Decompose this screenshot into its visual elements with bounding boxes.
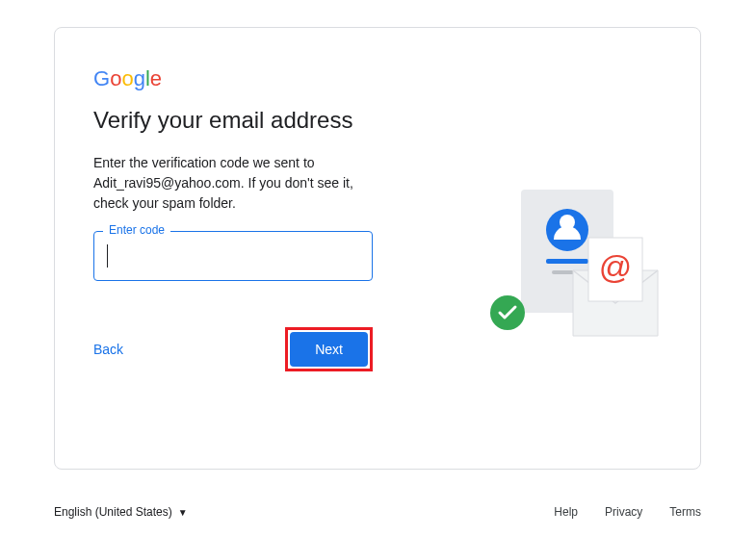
- logo-letter: g: [134, 66, 145, 90]
- privacy-link[interactable]: Privacy: [605, 505, 642, 519]
- logo-letter: G: [93, 66, 110, 90]
- next-button[interactable]: Next: [290, 332, 368, 367]
- terms-link[interactable]: Terms: [669, 505, 701, 519]
- page-title: Verify your email address: [93, 107, 662, 134]
- svg-text:@: @: [599, 248, 633, 285]
- google-logo: Google: [93, 66, 662, 89]
- code-input[interactable]: [93, 231, 373, 281]
- text-cursor: [107, 244, 108, 268]
- code-input-wrap: Enter code: [93, 231, 373, 281]
- svg-rect-3: [546, 259, 588, 264]
- language-selector[interactable]: English (United States) ▼: [54, 505, 188, 519]
- back-button[interactable]: Back: [93, 334, 123, 365]
- instruction-text: Enter the verification code we sent to A…: [93, 153, 382, 214]
- footer: English (United States) ▼ Help Privacy T…: [54, 505, 701, 519]
- help-link[interactable]: Help: [554, 505, 578, 519]
- logo-letter: e: [150, 66, 162, 90]
- chevron-down-icon: ▼: [178, 507, 188, 518]
- footer-links: Help Privacy Terms: [554, 505, 701, 519]
- logo-letter: o: [121, 66, 133, 90]
- button-row: Back Next: [93, 327, 373, 371]
- code-input-label: Enter code: [103, 223, 170, 237]
- logo-letter: o: [110, 66, 121, 90]
- verify-email-illustration: @: [469, 182, 662, 345]
- language-label: English (United States): [54, 505, 172, 519]
- signup-card: Google Verify your email address Enter t…: [54, 27, 701, 470]
- next-button-highlight: Next: [285, 327, 373, 371]
